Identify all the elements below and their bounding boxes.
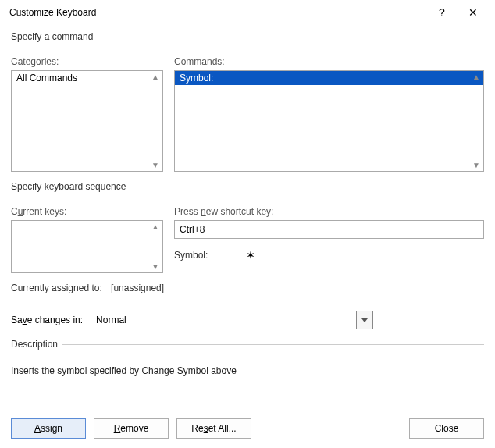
list-item[interactable]: All Commands (12, 71, 162, 85)
press-new-key-label: Press new shortcut key: (174, 206, 484, 217)
specify-sequence-legend: Specify keyboard sequence (11, 181, 130, 192)
save-changes-label: Save changes in: (11, 315, 83, 325)
scrollbar-icon: ▲▼ (151, 222, 161, 271)
description-legend: Description (11, 339, 62, 350)
currently-assigned: Currently assigned to: [unassigned] (11, 283, 484, 293)
symbol-preview: Symbol: ✶ (174, 250, 484, 261)
description-group: Description Inserts the symbol specified… (11, 339, 484, 376)
current-keys-listbox[interactable]: ▲▼ (11, 220, 163, 273)
commands-label: Commands: (174, 56, 484, 67)
close-dialog-button[interactable]: Close (409, 418, 484, 439)
current-keys-label: Current keys: (11, 206, 163, 217)
help-button[interactable]: ? (426, 2, 458, 23)
assign-button[interactable]: Assign (11, 418, 86, 439)
specify-sequence-group: Specify keyboard sequence Current keys: … (11, 181, 484, 293)
close-button[interactable]: ✕ (458, 2, 489, 23)
categories-listbox[interactable]: All Commands ▲▼ (11, 70, 163, 172)
description-text: Inserts the symbol specified by Change S… (11, 365, 484, 376)
symbol-glyph-icon: ✶ (247, 250, 255, 261)
commands-listbox[interactable]: Symbol: ▲▼ (174, 70, 484, 172)
title-bar: Customize Keyboard ? ✕ (0, 0, 495, 25)
scrollbar-icon: ▲▼ (472, 73, 482, 169)
specify-command-legend: Specify a command (11, 31, 98, 42)
new-shortcut-input[interactable] (174, 220, 484, 239)
categories-label: Categories: (11, 56, 163, 67)
save-changes-select[interactable] (91, 311, 373, 329)
remove-button[interactable]: Remove (94, 418, 169, 439)
window-title: Customize Keyboard (9, 7, 426, 18)
assigned-value: [unassigned] (111, 283, 164, 293)
chevron-down-icon[interactable] (356, 311, 373, 329)
save-changes-value[interactable] (91, 311, 356, 329)
dialog-button-row: Assign Remove Reset All... Close (0, 418, 495, 439)
specify-command-group: Specify a command Categories: All Comman… (11, 31, 484, 172)
scrollbar-icon: ▲▼ (151, 73, 161, 169)
list-item[interactable]: Symbol: (175, 71, 483, 85)
reset-all-button[interactable]: Reset All... (176, 418, 251, 439)
